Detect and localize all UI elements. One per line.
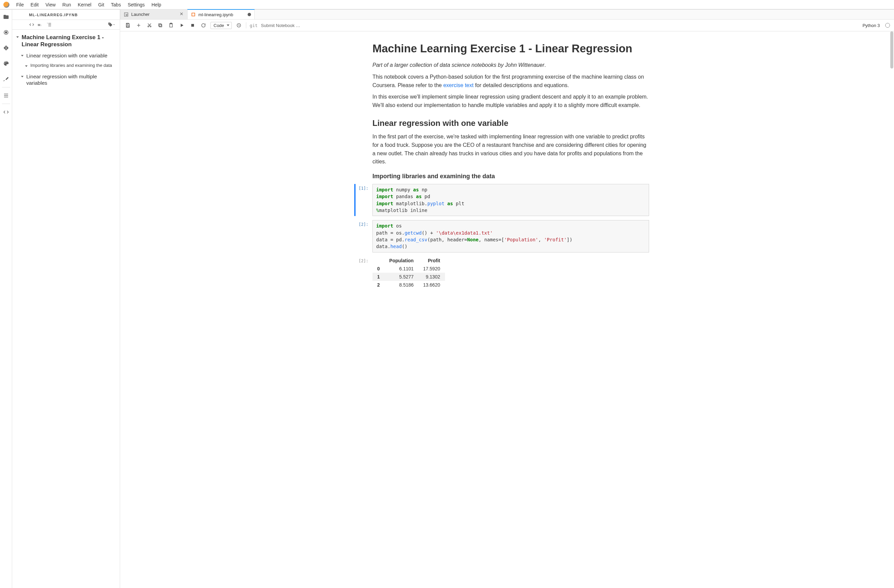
table-row: 2 8.5186 13.6620 <box>373 281 445 289</box>
rail-palette-icon[interactable] <box>2 59 11 68</box>
rail-git-icon[interactable] <box>2 43 11 53</box>
exercise-text-link[interactable]: exercise text <box>443 82 474 88</box>
rail-folder-icon[interactable] <box>2 12 11 21</box>
active-cell-indicator <box>354 184 356 216</box>
svg-rect-25 <box>191 24 194 27</box>
notebook-icon <box>191 12 196 17</box>
dataframe-table: Population Profit 0 6.1101 17.5920 <box>373 257 445 289</box>
menu-view[interactable]: View <box>42 1 59 9</box>
tab-launcher[interactable]: Launcher <box>120 9 187 19</box>
chevron-down-icon <box>20 54 24 59</box>
toc-label: Importing libraries and examining the da… <box>30 63 112 68</box>
markdown-cell[interactable]: Machine Learning Exercise 1 - Linear Reg… <box>373 42 649 180</box>
outline-panel: ML-LINEARREG.IPYNB M↓ 1 <box>12 9 120 588</box>
table-row: 1 5.5277 9.1302 <box>373 273 445 281</box>
chevron-down-icon <box>20 75 24 80</box>
toc-item-h3[interactable]: Importing libraries and examining the da… <box>23 61 116 71</box>
svg-text:1: 1 <box>47 22 48 24</box>
toc-item-h2a[interactable]: Linear regression with one variable <box>19 50 116 61</box>
chevron-down-icon <box>15 35 20 40</box>
table-header: Population <box>385 257 418 265</box>
rail-toc-icon[interactable] <box>2 91 11 100</box>
close-icon[interactable] <box>179 12 184 17</box>
outline-code-toggle-icon[interactable] <box>29 22 35 27</box>
toc-label: Linear regression with multiple variable… <box>26 73 115 86</box>
svg-rect-14 <box>192 14 195 16</box>
code-cell-1[interactable]: [1]: import numpy as np import pandas as… <box>373 184 649 216</box>
tab-label: Launcher <box>131 12 177 17</box>
outline-title: ML-LINEARREG.IPYNB <box>12 9 120 20</box>
main-area: Launcher ml-linearreg.ipynb <box>120 9 894 588</box>
notebook-toolbar: Code git Submit Notebook … Python 3 <box>120 20 894 32</box>
outline-numbering-icon[interactable]: 1 <box>47 22 52 27</box>
stop-icon[interactable] <box>189 21 196 29</box>
output-prompt: [2]: <box>357 258 371 263</box>
svg-point-19 <box>148 26 149 27</box>
svg-point-20 <box>150 26 151 27</box>
restart-icon[interactable] <box>200 21 207 29</box>
tab-label: ml-linearreg.ipynb <box>198 12 245 17</box>
submit-notebook-button[interactable]: Submit Notebook … <box>261 23 300 28</box>
rail-wrench-icon[interactable] <box>2 74 11 84</box>
cell-type-select[interactable]: Code <box>210 22 232 29</box>
toc-label: Linear regression with one variable <box>26 52 107 59</box>
svg-rect-15 <box>127 23 128 24</box>
cell-prompt: [1]: <box>357 186 371 191</box>
paragraph: In the first part of the exercise, we're… <box>373 133 649 166</box>
menu-kernel[interactable]: Kernel <box>74 1 94 9</box>
code-editor[interactable]: import os path = os.getcwd() + '\data\ex… <box>373 220 649 252</box>
outline-list: Machine Learning Exercise 1 - Linear Reg… <box>12 30 120 92</box>
run-icon[interactable] <box>178 21 186 29</box>
kernel-status-icon[interactable] <box>885 23 890 28</box>
outline-toolbar: M↓ 1 <box>12 20 120 30</box>
toc-item-h2b[interactable]: Linear regression with multiple variable… <box>19 71 116 88</box>
copy-icon[interactable] <box>157 21 164 29</box>
menubar: File Edit View Run Kernel Git Tabs Setti… <box>0 0 894 9</box>
svg-rect-22 <box>159 24 161 26</box>
toc-label: Machine Learning Exercise 1 - Linear Reg… <box>21 34 115 48</box>
rail-running-icon[interactable] <box>2 28 11 37</box>
notebook-scroll[interactable]: Machine Learning Exercise 1 - Linear Reg… <box>120 32 894 588</box>
tabbar: Launcher ml-linearreg.ipynb <box>120 9 894 20</box>
menu-settings[interactable]: Settings <box>124 1 148 9</box>
svg-rect-1 <box>5 32 7 33</box>
table-row: 0 6.1101 17.5920 <box>373 265 445 273</box>
code-cell-2[interactable]: [2]: import os path = os.getcwd() + '\da… <box>373 220 649 252</box>
cut-icon[interactable] <box>146 21 153 29</box>
tab-notebook[interactable]: ml-linearreg.ipynb <box>187 9 255 19</box>
activity-bar <box>0 9 12 588</box>
rail-code-snippets-icon[interactable] <box>2 107 11 117</box>
chevron-down-icon <box>24 64 28 69</box>
code-editor[interactable]: import numpy as np import pandas as pd i… <box>373 184 649 216</box>
svg-text:M↓: M↓ <box>38 23 42 27</box>
menu-tabs[interactable]: Tabs <box>107 1 124 9</box>
toc-item-h1[interactable]: Machine Learning Exercise 1 - Linear Reg… <box>14 32 116 50</box>
svg-rect-16 <box>127 26 128 27</box>
menu-edit[interactable]: Edit <box>27 1 42 9</box>
menu-help[interactable]: Help <box>148 1 165 9</box>
paragraph: In this exercise we'll implement simple … <box>373 93 649 110</box>
paragraph: This notebook covers a Python-based solu… <box>373 73 649 90</box>
open-terminal-icon[interactable] <box>235 21 243 29</box>
outline-markdown-toggle-icon[interactable]: M↓ <box>38 22 43 27</box>
toolbar-git-label[interactable]: git <box>250 23 257 28</box>
page-title: Machine Learning Exercise 1 - Linear Reg… <box>373 42 649 55</box>
menu-run[interactable]: Run <box>59 1 74 9</box>
output-cell-2: [2]: Population Profit <box>373 257 649 289</box>
outline-tag-icon[interactable] <box>107 22 116 27</box>
subtitle: Part of a larger collection of data scie… <box>373 62 544 68</box>
scrollbar-thumb[interactable] <box>890 32 893 68</box>
table-corner <box>373 257 385 265</box>
kernel-name[interactable]: Python 3 <box>862 23 880 28</box>
paste-icon[interactable] <box>167 21 175 29</box>
menu-git[interactable]: Git <box>95 1 107 9</box>
jupyter-logo-icon <box>3 2 9 8</box>
svg-rect-21 <box>159 24 162 27</box>
table-header: Profit <box>418 257 445 265</box>
save-icon[interactable] <box>124 21 131 29</box>
add-cell-icon[interactable] <box>135 21 142 29</box>
launcher-icon <box>124 12 128 17</box>
cell-prompt: [2]: <box>357 222 371 227</box>
dirty-indicator-icon <box>248 13 251 16</box>
menu-file[interactable]: File <box>13 1 27 9</box>
